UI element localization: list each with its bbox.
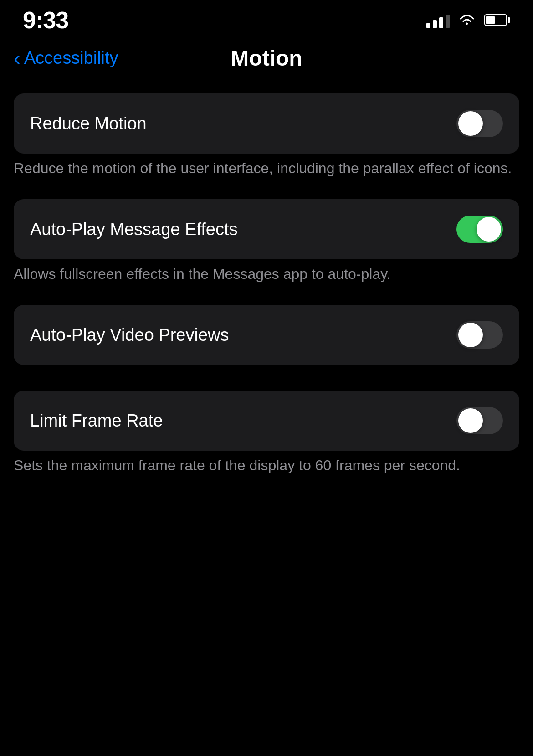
status-icons (426, 12, 510, 28)
reduce-motion-toggle-knob (458, 111, 483, 136)
auto-play-video-previews-label: Auto-Play Video Previews (30, 325, 229, 345)
auto-play-message-effects-toggle-knob (477, 217, 501, 242)
wifi-icon (458, 13, 476, 27)
reduce-motion-description: Reduce the motion of the user interface,… (14, 157, 519, 190)
gap-3 (14, 372, 519, 381)
reduce-motion-card: Reduce Motion (14, 93, 519, 154)
reduce-motion-label: Reduce Motion (30, 114, 147, 134)
nav-header: ‹ Accessibility Motion (0, 36, 533, 84)
settings-content: Reduce Motion Reduce the motion of the u… (0, 93, 533, 487)
auto-play-video-previews-toggle-knob (458, 323, 483, 347)
auto-play-message-effects-toggle[interactable] (456, 216, 503, 243)
reduce-motion-row: Reduce Motion (30, 93, 503, 154)
gap-4 (14, 381, 519, 391)
auto-play-video-previews-toggle[interactable] (456, 321, 503, 349)
signal-icon (426, 12, 450, 28)
limit-frame-rate-toggle[interactable] (456, 407, 503, 434)
page-title: Motion (231, 46, 302, 71)
auto-play-message-effects-description: Allows fullscreen effects in the Message… (14, 263, 519, 296)
auto-play-message-effects-row: Auto-Play Message Effects (30, 199, 503, 259)
status-bar: 9:33 (0, 0, 533, 36)
back-label: Accessibility (24, 48, 118, 68)
auto-play-message-effects-label: Auto-Play Message Effects (30, 220, 238, 239)
limit-frame-rate-card: Limit Frame Rate (14, 391, 519, 451)
reduce-motion-toggle[interactable] (456, 110, 503, 137)
auto-play-video-previews-row: Auto-Play Video Previews (30, 305, 503, 365)
limit-frame-rate-description: Sets the maximum frame rate of the displ… (14, 454, 519, 487)
back-chevron-icon: ‹ (14, 48, 20, 68)
battery-icon (484, 14, 510, 26)
limit-frame-rate-toggle-knob (458, 408, 483, 433)
gap-2 (14, 296, 519, 305)
auto-play-video-previews-card: Auto-Play Video Previews (14, 305, 519, 365)
auto-play-message-effects-card: Auto-Play Message Effects (14, 199, 519, 259)
status-time: 9:33 (23, 6, 68, 34)
limit-frame-rate-row: Limit Frame Rate (30, 391, 503, 451)
limit-frame-rate-label: Limit Frame Rate (30, 411, 163, 431)
gap-1 (14, 190, 519, 199)
back-button[interactable]: ‹ Accessibility (14, 48, 118, 68)
